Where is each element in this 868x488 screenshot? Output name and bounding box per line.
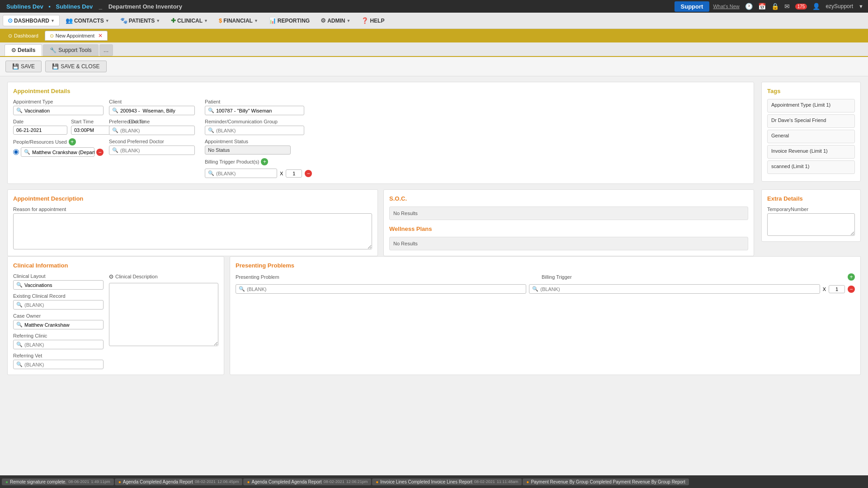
billing-trigger-group: Billing Trigger Product(s) + 🔍 X xyxy=(205,158,748,178)
notif-text-3: Agenda Completed Agenda Report xyxy=(252,479,322,484)
people-group: People/Resources Used + 🔍 − xyxy=(13,138,104,157)
appointment-details-section: Appointment Details Appointment Type 🔍 xyxy=(7,82,754,184)
reminder-group: Reminder/Communication Group 🔍 xyxy=(205,119,748,135)
lock-icon[interactable]: 🔒 xyxy=(771,3,779,10)
client-field[interactable] xyxy=(120,108,192,113)
nav-help[interactable]: ❓ HELP xyxy=(356,15,389,26)
patient-label: Patient xyxy=(205,99,748,104)
patient-input[interactable]: 🔍 xyxy=(205,106,304,115)
notif-item-4[interactable]: ● Invoice Lines Completed Invoice Lines … xyxy=(372,479,522,485)
clock-icon[interactable]: 🕐 xyxy=(745,3,753,10)
existing-record-input[interactable]: 🔍 xyxy=(13,300,104,310)
remove-presenting-problem-button[interactable]: − xyxy=(848,286,855,293)
clinical-layout-input[interactable]: 🔍 xyxy=(13,280,104,290)
presenting-billing-trigger-field[interactable] xyxy=(540,286,816,292)
referring-vet-field[interactable] xyxy=(24,362,100,367)
appt-status-input[interactable]: No Status xyxy=(205,145,291,155)
date-input[interactable] xyxy=(13,126,67,135)
notif-item-1[interactable]: ● Remote signature complete. 08-06-2021 … xyxy=(2,479,114,485)
tab-close-icon[interactable]: ✕ xyxy=(98,33,103,39)
add-people-button[interactable]: + xyxy=(69,138,76,145)
temp-number-textarea[interactable] xyxy=(767,213,855,236)
preferred-doctor-field[interactable] xyxy=(120,128,192,133)
appointment-type-input[interactable]: 🔍 xyxy=(13,106,104,115)
presenting-billing-trigger-input[interactable]: 🔍 xyxy=(529,284,820,294)
add-billing-trigger-button[interactable]: + xyxy=(261,158,268,165)
tag-general[interactable]: General xyxy=(767,130,855,143)
save-close-button[interactable]: 💾 SAVE & CLOSE xyxy=(45,61,106,72)
tag-appointment-type[interactable]: Appointment Type (Limit 1) xyxy=(767,99,855,113)
people-field[interactable] xyxy=(32,150,94,155)
calendar-icon[interactable]: 📅 xyxy=(758,3,766,10)
add-presenting-problem-button[interactable]: + xyxy=(848,273,855,281)
appt-right-col: Patient 🔍 Reminder/Communication Group 🔍 xyxy=(205,99,748,178)
existing-record-field[interactable] xyxy=(24,302,100,308)
nav-admin[interactable]: ⚙ ADMIN ▼ xyxy=(316,15,355,26)
support-tools-label: Support Tools xyxy=(58,47,91,53)
case-owner-search-icon: 🔍 xyxy=(16,322,23,328)
case-owner-field[interactable] xyxy=(24,322,100,328)
presenting-problem-input[interactable]: 🔍 xyxy=(236,284,526,294)
nav-reporting[interactable]: 📊 REPORTING xyxy=(264,15,315,26)
preferred-doctor-label: Preferred Doctor xyxy=(109,119,199,124)
client-input[interactable]: 🔍 xyxy=(109,106,195,115)
people-row: 🔍 − xyxy=(13,147,104,157)
referring-clinic-input[interactable]: 🔍 xyxy=(13,340,104,349)
support-button[interactable]: Support xyxy=(675,1,710,12)
patient-field[interactable] xyxy=(216,108,301,113)
preferred-doctor-input[interactable]: 🔍 xyxy=(109,126,195,135)
nav-financial[interactable]: $ FINANCIAL ▼ xyxy=(214,15,263,26)
appointment-tags-row: Appointment Details Appointment Type 🔍 xyxy=(7,82,861,189)
billing-qty-input[interactable] xyxy=(286,169,302,178)
tag-dr-dave[interactable]: Dr Dave's Special Friend xyxy=(767,114,855,128)
tag-invoice-revenue[interactable]: Invoice Revenue (Limit 1) xyxy=(767,145,855,159)
tab-support-tools[interactable]: 🔧 Support Tools xyxy=(43,44,98,56)
user-icon[interactable]: 👤 xyxy=(812,3,820,10)
notif-item-2[interactable]: ● Agenda Completed Agenda Report 08-02-2… xyxy=(115,479,243,485)
second-preferred-input[interactable]: 🔍 xyxy=(109,145,195,155)
billing-trigger-input[interactable]: 🔍 xyxy=(205,169,277,178)
save-close-label: SAVE & CLOSE xyxy=(61,63,99,70)
appt-form-grid: Appointment Type 🔍 Date xyxy=(13,99,748,178)
notif-item-5[interactable]: ● Payment Revenue By Group Completed Pay… xyxy=(523,479,689,485)
referring-clinic-field[interactable] xyxy=(24,342,100,347)
tab-more[interactable]: … xyxy=(99,44,113,56)
clinical-layout-field[interactable] xyxy=(24,282,100,288)
tab-new-appointment[interactable]: ⊙ New Appointment ✕ xyxy=(45,31,108,41)
whats-new-link[interactable]: What's New xyxy=(713,4,739,9)
people-input[interactable]: 🔍 xyxy=(21,147,94,157)
soc-title: S.O.C. xyxy=(389,195,748,202)
presenting-qty-input[interactable] xyxy=(829,285,845,293)
second-preferred-field[interactable] xyxy=(120,148,192,153)
remove-people-button[interactable]: − xyxy=(96,149,104,156)
date-field[interactable] xyxy=(16,127,79,133)
tag-dr-dave-label: Dr Dave's Special Friend xyxy=(771,117,826,123)
nav-clinical[interactable]: ✚ CLINICAL ▼ xyxy=(166,15,213,26)
reason-textarea[interactable] xyxy=(13,213,372,249)
contacts-icon: 👥 xyxy=(66,17,73,24)
remove-billing-button[interactable]: − xyxy=(305,170,312,177)
billing-trigger-field[interactable] xyxy=(216,171,278,176)
case-owner-input[interactable]: 🔍 xyxy=(13,320,104,329)
referring-vet-input[interactable]: 🔍 xyxy=(13,360,104,369)
tab-dashboard[interactable]: ⊙ Dashboard xyxy=(4,32,43,40)
save-close-icon: 💾 xyxy=(52,63,59,70)
reminder-field[interactable] xyxy=(216,128,301,133)
people-radio[interactable] xyxy=(13,149,19,155)
save-button[interactable]: 💾 SAVE xyxy=(5,61,42,72)
nav-dashboard[interactable]: ⊙ DASHBOARD ▼ xyxy=(3,15,60,26)
tag-scanned[interactable]: scanned (Limit 1) xyxy=(767,160,855,174)
ezy-support-label[interactable]: ezySupport xyxy=(826,3,853,9)
nav-patients[interactable]: 🐾 PATIENTS ▼ xyxy=(115,15,165,26)
mail-icon[interactable]: ✉ xyxy=(784,3,790,10)
nav-contacts[interactable]: 👥 CONTACTS ▼ xyxy=(61,15,114,26)
clinical-desc-header: ⊙ Clinical Description xyxy=(109,273,218,280)
presenting-problem-field[interactable] xyxy=(247,286,523,292)
notif-text-4: Invoice Lines Completed Invoice Lines Re… xyxy=(380,479,472,484)
reminder-input[interactable]: 🔍 xyxy=(205,126,304,135)
notif-item-3[interactable]: ● Agenda Completed Agenda Report 08-02-2… xyxy=(243,479,371,485)
tab-details[interactable]: ⊙ Details xyxy=(5,44,42,56)
clinical-description-textarea[interactable] xyxy=(109,283,218,346)
description-soc-area: Appointment Description Reason for appoi… xyxy=(7,189,754,256)
appointment-type-field[interactable] xyxy=(24,108,100,113)
